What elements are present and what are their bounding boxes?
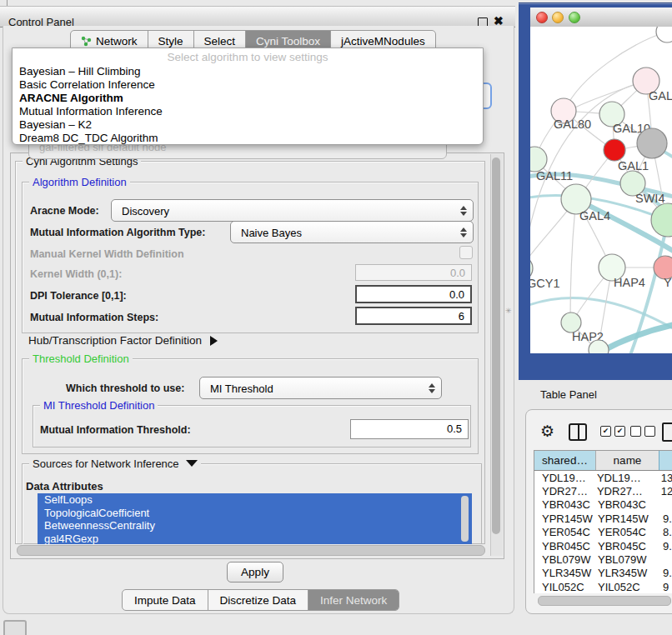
deselect-all-columns-icon[interactable]: [630, 426, 655, 437]
combo-stepper-icon: [460, 206, 467, 216]
data-attributes-label: Data Attributes: [26, 480, 103, 492]
table-row[interactable]: YDL19…YDL19…13: [534, 471, 672, 484]
network-node[interactable]: [656, 27, 672, 42]
dropdown-item-selected[interactable]: ARACNE Algorithm: [19, 92, 123, 104]
aracne-mode-combo[interactable]: Discovery: [111, 199, 474, 222]
expand-right-icon: [210, 336, 218, 346]
collapse-down-icon: [186, 460, 198, 467]
table-body[interactable]: YDL19…YDL19…13 YDR27…YDR27…12 YBR043CYBR…: [534, 471, 672, 593]
control-panel-titlebar: Control Panel ✖: [0, 6, 515, 28]
panel-divider-tick: [7, 0, 8, 6]
network-node[interactable]: [651, 203, 672, 237]
mi-steps-field[interactable]: 6: [355, 307, 472, 325]
sources-legend[interactable]: Sources for Network Inference: [29, 458, 201, 470]
select-all-columns-icon[interactable]: ✔✔: [600, 426, 625, 437]
mi-algorithm-type-label: Mutual Information Algorithm Type:: [30, 227, 205, 238]
table-row[interactable]: YDR27…YDR27…12: [534, 484, 672, 498]
table-row[interactable]: YPR145WYPR145W9.: [534, 512, 672, 525]
mi-threshold-label: Mutual Information Threshold:: [40, 424, 191, 436]
dropdown-item[interactable]: Mutual Information Inference: [19, 105, 163, 118]
column-header-name[interactable]: name: [595, 451, 659, 470]
tab-network-label: Network: [96, 35, 138, 48]
hub-definition-expander[interactable]: Hub/Transcription Factor Definition: [28, 334, 218, 347]
network-node-label: GAL: [649, 89, 672, 102]
collapsed-panel-button[interactable]: [3, 620, 27, 635]
network-node-label: GCY1: [530, 277, 560, 290]
list-item[interactable]: BetweennessCentrality: [38, 519, 472, 532]
combo-stepper-icon: [460, 228, 467, 238]
manual-kernel-width-label: Manual Kernel Width Definition: [30, 248, 184, 260]
dropdown-item[interactable]: Bayesian – K2: [19, 118, 92, 131]
kernel-width-label: Kernel Width (0,1):: [30, 268, 122, 280]
zoom-traffic-light-icon[interactable]: [569, 12, 580, 23]
tab-discretize-data[interactable]: Discretize Data: [208, 590, 309, 610]
network-window-titlebar[interactable]: [530, 8, 672, 28]
column-header-clipped[interactable]: [659, 451, 672, 470]
dropdown-prompt: Select algorithm to view settings: [13, 51, 483, 63]
table-row[interactable]: YLR345WYLR345W9.: [534, 567, 672, 580]
table-row[interactable]: YBR043CYBR043C: [534, 498, 672, 512]
network-node[interactable]: [530, 147, 547, 172]
network-node-label: GAL11: [536, 169, 573, 182]
dpi-tolerance-field[interactable]: 0.0: [355, 285, 472, 303]
list-item[interactable]: SelfLoops: [38, 493, 472, 507]
table-hscrollbar[interactable]: [538, 596, 671, 606]
mi-steps-label: Mutual Information Steps:: [30, 312, 158, 323]
dropdown-item[interactable]: Dream8 DC_TDC Algorithm: [19, 132, 158, 144]
which-threshold-combo[interactable]: MI Threshold: [199, 377, 442, 399]
network-node[interactable]: [604, 139, 625, 161]
mi-threshold-definition-legend: MI Threshold Definition: [40, 399, 158, 412]
gear-icon[interactable]: ⚙: [540, 422, 554, 441]
network-icon: [81, 36, 92, 47]
mi-algorithm-type-combo[interactable]: Naive Bayes: [230, 221, 474, 243]
table-panel-title: Table Panel: [540, 388, 597, 401]
aracne-mode-label: Aracne Mode:: [30, 205, 99, 217]
aracne-mode-value: Discovery: [122, 204, 169, 217]
apply-button[interactable]: Apply: [227, 562, 283, 582]
combo-stepper-icon: [429, 383, 435, 393]
table-row[interactable]: YBR045CYBR045C9.: [534, 539, 672, 552]
settings-hscrollbar[interactable]: [17, 545, 485, 556]
table-row[interactable]: YIL052CYIL052C9: [534, 580, 672, 593]
settings-vscrollbar-thumb[interactable]: [492, 158, 500, 534]
algorithm-definition-legend: Algorithm Definition: [29, 176, 130, 188]
splitter-handle[interactable]: ✳: [505, 307, 512, 315]
dpi-tolerance-label: DPI Tolerance [0,1]:: [30, 290, 127, 302]
table-row[interactable]: YER054CYER054C8.: [534, 526, 672, 539]
dropdown-item[interactable]: Basic Correlation Inference: [19, 78, 155, 91]
network-node-label: Y: [664, 276, 672, 289]
network-node-label: SWI4: [635, 192, 664, 205]
table-header-row: shared… name: [534, 450, 672, 471]
list-item[interactable]: gal4RGexp: [38, 532, 472, 544]
mi-threshold-field[interactable]: 0.5: [350, 419, 469, 439]
network-node-label: HAP4: [614, 276, 645, 289]
minimize-traffic-light-icon[interactable]: [552, 12, 564, 23]
bottom-tabbar: Impute Data Discretize Data Infer Networ…: [122, 589, 399, 611]
which-threshold-value: MI Threshold: [210, 382, 273, 394]
data-attributes-list[interactable]: SelfLoops TopologicalCoefficient Between…: [38, 493, 472, 544]
threshold-definition-legend: Threshold Definition: [29, 352, 133, 365]
column-header-shared-name[interactable]: shared…: [534, 451, 595, 470]
network-canvas-svg: GALGAL80GAL10GAL1GAL11SWI4GAL4HAP4YGCY1H…: [530, 27, 672, 353]
export-table-icon[interactable]: [662, 422, 672, 442]
tab-infer-network[interactable]: Infer Network: [308, 590, 399, 610]
algorithm-dropdown-popup: Select algorithm to view settings Bayesi…: [12, 48, 484, 145]
which-threshold-label: Which threshold to use:: [66, 382, 184, 394]
network-node[interactable]: [637, 128, 667, 158]
close-traffic-light-icon[interactable]: [536, 12, 548, 23]
kernel-width-field: 0.0: [355, 264, 472, 281]
dropdown-item[interactable]: Bayesian – Hill Climbing: [19, 65, 141, 78]
list-item[interactable]: TopologicalCoefficient: [38, 507, 472, 520]
mi-algorithm-type-value: Naive Bayes: [241, 226, 302, 238]
network-node-label: GAL80: [554, 118, 591, 131]
table-row[interactable]: YBL079WYBL079W: [534, 552, 672, 566]
columns-icon[interactable]: [569, 423, 587, 441]
manual-kernel-width-checkbox: [459, 246, 473, 259]
tab-impute-data[interactable]: Impute Data: [123, 590, 208, 610]
network-node-label: GAL4: [579, 209, 610, 222]
hub-definition-label: Hub/Transcription Factor Definition: [28, 334, 202, 347]
list-vscrollbar-thumb[interactable]: [461, 496, 469, 542]
network-canvas[interactable]: GALGAL80GAL10GAL1GAL11SWI4GAL4HAP4YGCY1H…: [530, 27, 672, 353]
